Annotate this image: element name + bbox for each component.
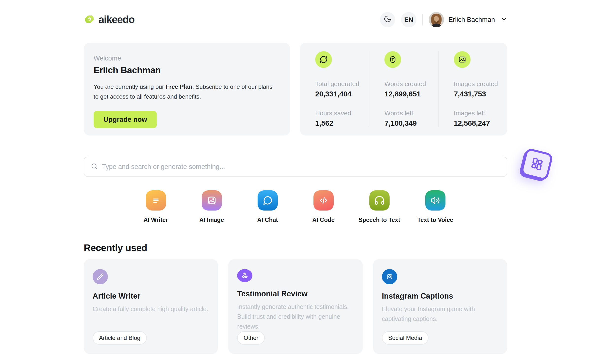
upgrade-button[interactable]: Upgrade now <box>94 111 157 128</box>
stat-value: 7,100,349 <box>384 119 438 127</box>
recent-card-instagram-captions[interactable]: Instagram Captions Elevate your Instagra… <box>373 259 507 354</box>
header-actions: EN Erlich Bachman <box>380 12 507 27</box>
tool-ai-image[interactable]: AI Image <box>184 190 240 223</box>
stat-value: 12,568,247 <box>454 119 507 127</box>
dark-mode-toggle[interactable] <box>380 12 395 27</box>
user-name: Erlich Bachman <box>448 16 495 24</box>
language-label: EN <box>404 16 413 24</box>
sync-icon <box>315 51 332 68</box>
tool-label: AI Chat <box>257 216 278 223</box>
language-button[interactable]: EN <box>401 12 416 27</box>
plan-message: You are currently using our Free Plan. S… <box>94 82 279 102</box>
logo[interactable]: aikeedo <box>84 14 134 26</box>
tool-ai-chat[interactable]: AI Chat <box>240 190 296 223</box>
tool-speech-to-text[interactable]: Speech to Text <box>351 190 407 223</box>
welcome-card: Welcome Erlich Bachman You are currently… <box>84 43 290 136</box>
card-description: Instantly generate authentic testimonial… <box>237 302 354 331</box>
stat-value: 1,562 <box>315 119 369 127</box>
stat-value: 12,899,651 <box>384 90 438 98</box>
chevron-down-icon <box>501 16 507 23</box>
tool-ai-writer[interactable]: AI Writer <box>128 190 184 223</box>
card-description: Elevate your Instagram game with captiva… <box>382 304 498 324</box>
stat-value: 20,331,404 <box>315 90 369 98</box>
dashboard-page: aikeedo EN <box>84 0 507 354</box>
tool-label: Text to Voice <box>417 216 453 223</box>
avatar <box>429 12 444 27</box>
instagram-icon <box>382 269 397 284</box>
header: aikeedo EN <box>84 12 507 28</box>
stars-icon <box>237 269 252 282</box>
recent-cards-row: Article Writer Create a fully complete h… <box>84 259 507 354</box>
stat-column-images: Images created 7,431,753 Images left 12,… <box>438 51 507 127</box>
card-title: Testimonial Review <box>237 289 307 298</box>
stat-label: Hours saved <box>315 109 369 117</box>
search-input[interactable] <box>102 163 500 171</box>
hero-row: Welcome Erlich Bachman You are currently… <box>84 43 507 136</box>
card-tag: Social Media <box>382 331 428 345</box>
tool-label: AI Writer <box>144 216 168 223</box>
moon-icon <box>384 15 392 25</box>
headphones-icon <box>369 190 390 211</box>
code-icon <box>313 190 334 211</box>
card-description: Create a fully complete high quality art… <box>93 304 208 314</box>
chat-icon <box>258 190 278 211</box>
welcome-eyebrow: Welcome <box>94 55 279 62</box>
card-title: Article Writer <box>93 292 140 301</box>
letter-t-icon <box>384 51 401 68</box>
stat-label: Images created <box>454 80 507 88</box>
volume-icon <box>425 190 445 211</box>
stat-label: Images left <box>454 109 507 117</box>
stat-label: Total generated <box>315 80 369 88</box>
recent-card-article-writer[interactable]: Article Writer Create a fully complete h… <box>84 259 218 354</box>
pencil-icon <box>93 269 108 284</box>
recently-used-heading: Recently used <box>84 243 507 253</box>
stats-card: Total generated 20,331,404 Hours saved 1… <box>300 43 507 136</box>
logo-text: aikeedo <box>98 14 134 26</box>
stat-column-words: Words created 12,899,651 Words left 7,10… <box>369 51 438 127</box>
tool-label: AI Code <box>312 216 335 223</box>
card-title: Instagram Captions <box>382 292 453 301</box>
tool-label: AI Image <box>199 216 224 223</box>
header-divider <box>422 14 423 25</box>
user-menu[interactable]: Erlich Bachman <box>429 12 507 27</box>
stat-label: Words created <box>384 80 438 88</box>
image-icon <box>454 51 471 68</box>
recent-card-testimonial-review[interactable]: Testimonial Review Instantly generate au… <box>228 259 362 354</box>
tool-text-to-voice[interactable]: Text to Voice <box>407 190 463 223</box>
tools-row: AI Writer AI Image AI Chat <box>84 190 507 223</box>
stat-column-generated: Total generated 20,331,404 Hours saved 1… <box>300 51 369 127</box>
card-tag: Article and Blog <box>93 331 147 345</box>
welcome-user-name: Erlich Bachman <box>94 65 279 76</box>
tool-ai-code[interactable]: AI Code <box>296 190 351 223</box>
search-bar <box>84 157 507 177</box>
writer-icon <box>146 190 166 211</box>
stat-value: 7,431,753 <box>454 90 507 98</box>
search-icon <box>91 163 98 171</box>
image-icon <box>202 190 222 211</box>
stat-label: Words left <box>384 109 438 117</box>
apps-grid-icon <box>528 155 545 173</box>
plan-name: Free Plan <box>166 83 192 90</box>
tool-label: Speech to Text <box>359 216 400 223</box>
logo-icon <box>84 14 95 26</box>
apps-grid-widget[interactable] <box>520 148 554 181</box>
card-tag: Other <box>237 331 265 345</box>
